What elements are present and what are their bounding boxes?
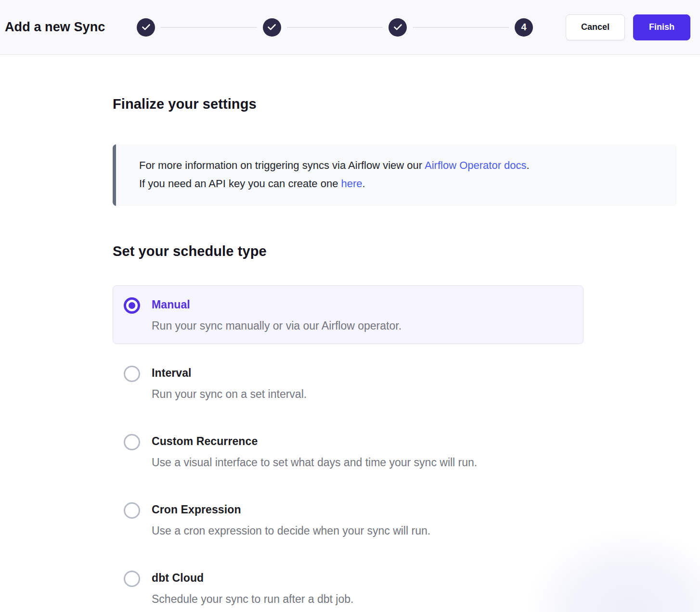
- callout-period-2: .: [363, 178, 365, 190]
- radio-manual-selected[interactable]: [124, 297, 140, 314]
- step-3-complete[interactable]: [389, 18, 407, 37]
- option-dbt-cloud-label: dbt Cloud: [152, 570, 353, 586]
- check-icon: [394, 24, 402, 30]
- step-connector: [413, 27, 509, 28]
- airflow-operator-docs-link[interactable]: Airflow Operator docs: [425, 159, 527, 171]
- schedule-type-options: Manual Run your sync manually or via our…: [113, 285, 583, 612]
- radio-cron-expression[interactable]: [124, 502, 140, 519]
- callout-text-2: If you need an API key you can create on…: [139, 178, 341, 190]
- callout-period-1: .: [527, 159, 530, 171]
- check-icon: [268, 24, 276, 30]
- option-custom-recurrence-description: Use a visual interface to set what days …: [152, 455, 477, 470]
- callout-accent-bar: [113, 144, 116, 206]
- create-api-key-link[interactable]: here: [341, 178, 363, 190]
- check-icon: [142, 24, 150, 30]
- option-dbt-cloud[interactable]: dbt Cloud Schedule your sync to run afte…: [113, 559, 583, 612]
- option-interval[interactable]: Interval Run your sync on a set interval…: [113, 354, 583, 412]
- radio-dot: [129, 302, 135, 309]
- step-connector: [161, 27, 257, 28]
- step-4-current[interactable]: 4: [515, 18, 533, 37]
- option-interval-label: Interval: [152, 365, 307, 381]
- cancel-button[interactable]: Cancel: [566, 14, 625, 40]
- option-manual[interactable]: Manual Run your sync manually or via our…: [113, 285, 583, 344]
- main-content: Finalize your settings For more informat…: [0, 55, 700, 612]
- radio-interval[interactable]: [124, 366, 140, 382]
- step-4-number: 4: [521, 22, 526, 33]
- option-manual-label: Manual: [152, 296, 402, 313]
- option-custom-recurrence[interactable]: Custom Recurrence Use a visual interface…: [113, 422, 583, 481]
- finalize-heading: Finalize your settings: [113, 96, 677, 112]
- callout-text: For more information on triggering syncs…: [116, 144, 553, 206]
- callout-text-1: For more information on triggering syncs…: [139, 159, 425, 171]
- step-1-complete[interactable]: [137, 18, 155, 37]
- option-cron-expression[interactable]: Cron Expression Use a cron expression to…: [113, 490, 583, 549]
- option-interval-description: Run your sync on a set interval.: [152, 387, 307, 401]
- finish-button[interactable]: Finish: [633, 14, 690, 40]
- step-connector: [287, 27, 383, 28]
- schedule-type-heading: Set your schedule type: [113, 243, 677, 259]
- step-2-complete[interactable]: [263, 18, 281, 37]
- header-actions: Cancel Finish: [566, 14, 690, 40]
- option-dbt-cloud-description: Schedule your sync to run after a dbt jo…: [152, 592, 353, 606]
- radio-dbt-cloud[interactable]: [124, 571, 140, 587]
- option-cron-expression-description: Use a cron expression to decide when you…: [152, 523, 430, 538]
- wizard-stepper: 4: [137, 18, 533, 37]
- page-title: Add a new Sync: [5, 20, 105, 35]
- option-manual-description: Run your sync manually or via our Airflo…: [152, 319, 402, 333]
- option-cron-expression-label: Cron Expression: [152, 501, 430, 518]
- wizard-header: Add a new Sync 4 Cancel Finish: [0, 0, 700, 55]
- info-callout: For more information on triggering syncs…: [113, 144, 677, 206]
- radio-custom-recurrence[interactable]: [124, 434, 140, 450]
- option-custom-recurrence-label: Custom Recurrence: [152, 433, 477, 449]
